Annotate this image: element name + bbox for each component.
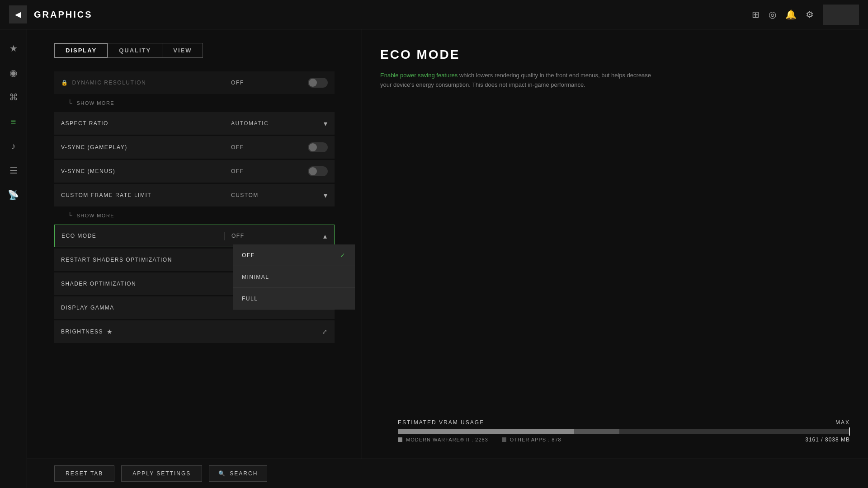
dropdown-item-off[interactable]: OFF ✓ xyxy=(233,244,355,266)
vram-header: ESTIMATED VRAM USAGE MAX xyxy=(398,419,850,426)
tabs-container: DISPLAY QUALITY VIEW xyxy=(54,43,335,58)
check-icon: ✓ xyxy=(340,252,346,259)
sidebar-item-controller[interactable]: ⌘ xyxy=(4,87,24,107)
setting-label-display-gamma: DISPLAY GAMMA xyxy=(61,305,224,311)
setting-dynamic-resolution: 🔒 DYNAMIC RESOLUTION OFF xyxy=(54,71,335,94)
setting-label-vsync-gameplay: V-SYNC (GAMEPLAY) xyxy=(61,144,224,150)
lock-icon: 🔒 xyxy=(61,80,69,86)
show-more-2[interactable]: └ SHOW MORE xyxy=(54,208,335,223)
setting-value-dynamic-resolution: OFF xyxy=(224,78,328,88)
setting-aspect-ratio[interactable]: ASPECT RATIO AUTOMATIC ▾ xyxy=(54,112,335,135)
setting-label-shader-optimization: SHADER OPTIMIZATION xyxy=(61,281,224,287)
show-more-1[interactable]: └ SHOW MORE xyxy=(54,95,335,111)
vram-title: ESTIMATED VRAM USAGE xyxy=(398,419,484,426)
top-bar: ◀ GRAPHICS ⊞ ◎ 🔔 ⚙ xyxy=(0,0,868,29)
setting-label-dynamic-resolution: 🔒 DYNAMIC RESOLUTION xyxy=(61,80,224,86)
back-button[interactable]: ◀ xyxy=(9,5,27,23)
tab-view[interactable]: VIEW xyxy=(162,43,203,58)
sidebar: ★ ◉ ⌘ ≡ ♪ ☰ 📡 xyxy=(0,29,27,488)
vram-dot-other xyxy=(502,437,506,442)
sidebar-item-network[interactable]: 📡 xyxy=(4,185,24,205)
vram-bar xyxy=(398,429,850,434)
setting-label-eco-mode: ECO MODE xyxy=(61,233,224,239)
eco-mode-dropdown: OFF ✓ MINIMAL FULL xyxy=(233,244,355,310)
grid-icon[interactable]: ⊞ xyxy=(752,9,760,20)
sidebar-item-favorites[interactable]: ★ xyxy=(4,38,24,58)
chevron-down-icon-frame-rate: ▾ xyxy=(324,191,328,200)
chevron-down-icon-aspect-ratio: ▾ xyxy=(324,119,328,128)
sidebar-item-audio[interactable]: ♪ xyxy=(4,136,24,156)
setting-vsync-gameplay: V-SYNC (GAMEPLAY) OFF xyxy=(54,136,335,159)
vram-max-label: MAX xyxy=(835,419,850,426)
toggle-vsync-menus[interactable] xyxy=(308,166,328,176)
setting-vsync-menus: V-SYNC (MENUS) OFF xyxy=(54,160,335,183)
avatar xyxy=(823,5,859,25)
search-icon: 🔍 xyxy=(218,470,226,477)
setting-value-eco-mode[interactable]: OFF ▴ xyxy=(224,232,327,240)
setting-label-restart-shaders: RESTART SHADERS OPTIMIZATION xyxy=(61,257,224,263)
vram-legend-other: OTHER APPS : 878 xyxy=(502,437,561,442)
setting-custom-frame-rate[interactable]: CUSTOM FRAME RATE LIMIT CUSTOM ▾ xyxy=(54,184,335,206)
sidebar-item-menu[interactable]: ☰ xyxy=(4,160,24,180)
bottom-bar: RESET TAB APPLY SETTINGS 🔍 SEARCH xyxy=(27,459,868,488)
sidebar-item-player[interactable]: ◉ xyxy=(4,63,24,83)
dropdown-item-minimal[interactable]: MINIMAL xyxy=(233,266,355,288)
apply-settings-button[interactable]: APPLY SETTINGS xyxy=(121,465,202,482)
setting-label-brightness: BRIGHTNESS ★ xyxy=(61,328,224,335)
toggle-vsync-gameplay[interactable] xyxy=(308,142,328,152)
info-description: Enable power saving features which lower… xyxy=(380,71,660,90)
back-icon: ◀ xyxy=(15,9,21,19)
main-content: DISPLAY QUALITY VIEW 🔒 DYNAMIC RESOLUTIO… xyxy=(27,29,868,488)
setting-label-custom-frame-rate: CUSTOM FRAME RATE LIMIT xyxy=(61,192,224,198)
vram-section: ESTIMATED VRAM USAGE MAX MODERN WARFARE®… xyxy=(398,419,850,443)
vram-bar-other xyxy=(574,429,619,434)
show-more-icon-2: └ xyxy=(68,212,73,219)
info-panel: ECO MODE Enable power saving features wh… xyxy=(362,29,868,488)
search-button[interactable]: 🔍 SEARCH xyxy=(209,465,267,482)
settings-icon[interactable]: ⚙ xyxy=(806,9,814,20)
settings-panel: DISPLAY QUALITY VIEW 🔒 DYNAMIC RESOLUTIO… xyxy=(27,29,362,488)
sidebar-item-interface[interactable]: ≡ xyxy=(4,112,24,131)
tab-display[interactable]: DISPLAY xyxy=(54,43,108,58)
setting-eco-mode[interactable]: ECO MODE OFF ▴ xyxy=(54,225,335,247)
setting-label-vsync-menus: V-SYNC (MENUS) xyxy=(61,168,224,174)
setting-value-custom-frame-rate[interactable]: CUSTOM ▾ xyxy=(224,191,328,200)
vram-total: 3161 / 8038 MB xyxy=(805,436,850,443)
chevron-up-icon-eco-mode: ▴ xyxy=(323,232,328,240)
vram-bar-mw xyxy=(398,429,574,434)
external-link-icon[interactable]: ⤢ xyxy=(322,328,328,335)
setting-brightness[interactable]: BRIGHTNESS ★ ⤢ xyxy=(54,320,335,343)
vram-dot-mw xyxy=(398,437,402,442)
page-title: GRAPHICS xyxy=(34,9,93,20)
setting-label-aspect-ratio: ASPECT RATIO xyxy=(61,120,224,127)
info-highlight: Enable power saving features xyxy=(380,72,458,79)
show-more-icon-1: └ xyxy=(68,99,73,107)
vram-legend: MODERN WARFARE® II : 2283 OTHER APPS : 8… xyxy=(398,436,850,443)
vram-bar-marker xyxy=(849,427,850,436)
star-icon-brightness: ★ xyxy=(107,328,113,335)
top-icons: ⊞ ◎ 🔔 ⚙ xyxy=(752,5,859,25)
setting-value-aspect-ratio[interactable]: AUTOMATIC ▾ xyxy=(224,119,328,128)
headset-icon[interactable]: ◎ xyxy=(769,9,776,20)
dropdown-item-full[interactable]: FULL xyxy=(233,288,355,310)
notification-icon[interactable]: 🔔 xyxy=(785,9,797,20)
info-title: ECO MODE xyxy=(380,47,850,62)
toggle-dynamic-resolution[interactable] xyxy=(308,78,328,88)
reset-tab-button[interactable]: RESET TAB xyxy=(54,465,114,482)
vram-legend-mw: MODERN WARFARE® II : 2283 xyxy=(398,437,488,442)
setting-value-vsync-menus: OFF xyxy=(224,166,328,176)
setting-value-brightness[interactable]: ⤢ xyxy=(224,328,328,335)
setting-value-vsync-gameplay: OFF xyxy=(224,142,328,152)
tab-quality[interactable]: QUALITY xyxy=(108,43,162,58)
